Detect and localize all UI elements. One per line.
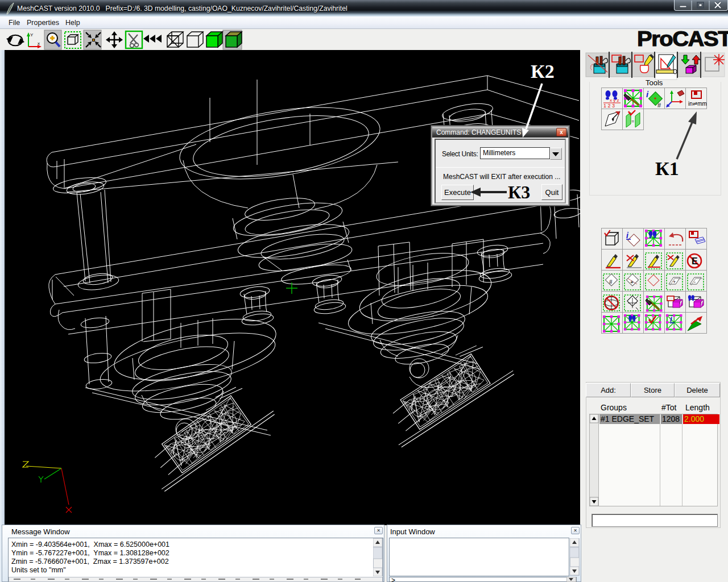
svg-text:x: x [38,41,40,46]
svg-text:+: + [630,279,634,285]
svg-text:#: # [609,279,613,285]
svg-text:x y z: x y z [610,98,619,103]
svg-text:-: - [694,279,696,285]
svg-text:in⇌mm: in⇌mm [688,101,707,107]
svg-text:Y: Y [30,32,34,38]
svg-text:1 2 3: 1 2 3 [603,103,615,109]
svg-text:#: # [657,102,661,109]
svg-text:E: E [692,256,698,266]
svg-text:=: = [631,118,634,124]
svg-text:+: + [673,279,676,285]
